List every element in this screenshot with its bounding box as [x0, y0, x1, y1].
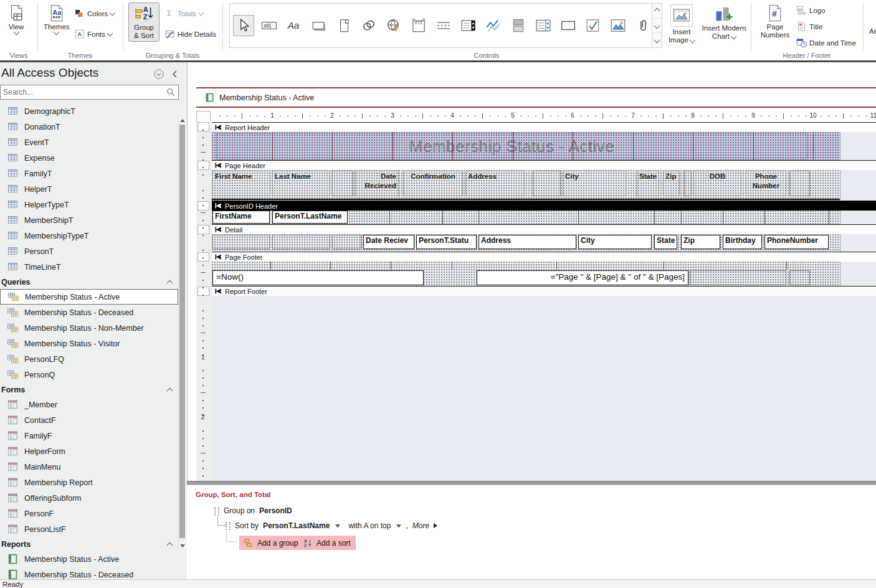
- control-button[interactable]: [309, 16, 329, 36]
- group-on-row[interactable]: Group on PersonID: [214, 506, 292, 515]
- sort-by-row[interactable]: Sort by PersonT.LastName with A on top ,…: [226, 521, 437, 530]
- empty-dotted-box[interactable]: [272, 235, 330, 249]
- section-bar-personid-header[interactable]: PersonID Header: [212, 201, 876, 211]
- report-footer-section[interactable]: [212, 296, 876, 481]
- group-header-textbox[interactable]: PersonT.LastName: [272, 211, 348, 224]
- control-attachment[interactable]: [633, 16, 653, 36]
- page-header-label[interactable]: Zip: [663, 171, 680, 196]
- empty-dotted-box[interactable]: [533, 171, 561, 196]
- page-header-label[interactable]: City: [563, 171, 626, 196]
- pane-splitter[interactable]: [187, 481, 876, 485]
- colors-button[interactable]: Colors: [74, 8, 115, 19]
- themes-button[interactable]: Aa Themes: [42, 2, 72, 36]
- scroll-up-icon[interactable]: [180, 119, 185, 122]
- nav-scrollbar-thumb[interactable]: [179, 125, 185, 538]
- hide-details-button[interactable]: Hide Details: [164, 29, 216, 39]
- nav-item[interactable]: DonationT: [0, 119, 178, 135]
- nav-item[interactable]: Membership Report: [0, 475, 178, 490]
- empty-dotted-box[interactable]: [789, 171, 810, 196]
- control-web-browser[interactable]: [384, 16, 404, 36]
- field-textbox[interactable]: PhoneNumber: [764, 235, 829, 249]
- nav-item[interactable]: Membership Status - Visitor: [0, 336, 178, 351]
- nav-item[interactable]: HelperTypeT: [0, 197, 178, 212]
- now-expression-textbox[interactable]: =Now(): [212, 270, 424, 285]
- control-label[interactable]: Aa: [284, 16, 304, 36]
- vertical-ruler[interactable]: 12: [196, 122, 212, 481]
- nav-item[interactable]: MemberShipT: [0, 212, 178, 228]
- gallery-scroll-up[interactable]: [652, 4, 662, 19]
- section-bar-page-footer[interactable]: Page Footer: [212, 252, 876, 262]
- nav-item[interactable]: PersonT: [0, 244, 178, 259]
- nav-item[interactable]: Membership Status - Active: [0, 551, 178, 567]
- page-numbers-button[interactable]: # Page Numbers: [755, 2, 795, 40]
- nav-item[interactable]: _Member: [0, 397, 178, 412]
- control-combo-box[interactable]: [459, 16, 478, 36]
- field-textbox[interactable]: City: [578, 235, 652, 249]
- empty-dotted-box[interactable]: [789, 270, 810, 285]
- empty-dotted-box[interactable]: [332, 235, 361, 249]
- field-dropdown-icon[interactable]: [335, 524, 340, 528]
- nav-group-header-forms[interactable]: Forms: [0, 382, 178, 397]
- gallery-more-button[interactable]: [652, 33, 662, 47]
- insert-image-button[interactable]: Insert Image: [665, 4, 698, 44]
- page-header-label[interactable]: First Name: [212, 171, 270, 196]
- nav-group-header-reports[interactable]: Reports: [0, 537, 178, 551]
- nav-item[interactable]: Expense: [0, 150, 178, 166]
- control-page-break[interactable]: [434, 16, 454, 36]
- nav-item[interactable]: Membership Status - Non-Member: [0, 320, 178, 336]
- field-textbox[interactable]: Date Reciev: [363, 235, 414, 249]
- insert-modern-chart-button[interactable]: Insert Modern Chart: [699, 4, 749, 40]
- document-tab[interactable]: Membership Status - Active: [196, 88, 323, 107]
- title-button[interactable]: Title: [796, 21, 822, 32]
- control-tab-control[interactable]: [334, 16, 354, 36]
- group-sort-button[interactable]: AZ Group & Sort: [128, 2, 159, 42]
- empty-dotted-box[interactable]: [212, 235, 270, 249]
- detail-section[interactable]: Date RecievPersonT.StatuAddressCityState…: [212, 234, 876, 252]
- group-header-textbox[interactable]: FirstName: [212, 211, 270, 224]
- add-sort-button[interactable]: AZ Add a sort: [298, 536, 356, 550]
- more-expand-icon[interactable]: [434, 523, 437, 528]
- nav-group-header-queries[interactable]: Queries: [0, 275, 178, 289]
- control-hyperlink[interactable]: [359, 16, 379, 36]
- field-textbox[interactable]: State: [654, 235, 677, 249]
- drag-handle-icon[interactable]: [214, 507, 219, 515]
- control-text-box[interactable]: ab|: [259, 16, 279, 36]
- report-title-label[interactable]: Membership Status - Active: [216, 133, 807, 159]
- field-textbox[interactable]: Address: [478, 235, 576, 249]
- personid-header-section[interactable]: FirstNamePersonT.LastName: [212, 211, 876, 224]
- more-link[interactable]: More: [412, 521, 429, 530]
- field-textbox[interactable]: Zip: [681, 235, 720, 249]
- nav-item[interactable]: FamilyT: [0, 166, 178, 181]
- page-header-label[interactable]: Date Recieved: [355, 171, 399, 196]
- horizontal-ruler[interactable]: 1234567891011: [212, 110, 876, 123]
- field-textbox[interactable]: Birthday: [723, 235, 762, 249]
- page-header-label[interactable]: DOB: [693, 171, 741, 196]
- section-bar-page-header[interactable]: Page Header: [212, 160, 876, 170]
- nav-item[interactable]: PersonLFQ: [0, 351, 178, 367]
- logo-button[interactable]: Logo: [796, 5, 826, 16]
- page-header-label[interactable]: Last Name: [272, 171, 330, 196]
- section-bar-detail[interactable]: Detail: [212, 224, 876, 234]
- page-header-section[interactable]: First NameLast NameDate RecievedConfirma…: [212, 170, 876, 201]
- scroll-down-icon[interactable]: [180, 544, 185, 548]
- nav-item[interactable]: ContactF: [0, 412, 178, 428]
- nav-item[interactable]: MembershipTypeT: [0, 228, 178, 244]
- empty-dotted-box[interactable]: [690, 270, 786, 285]
- page-header-label[interactable]: Confirmation: [403, 171, 463, 196]
- control-select-pointer[interactable]: [233, 15, 254, 36]
- control-rectangle[interactable]: [558, 16, 578, 36]
- control-list-box[interactable]: [533, 16, 553, 36]
- view-button[interactable]: View: [5, 2, 27, 36]
- search-icon[interactable]: [166, 87, 176, 97]
- nav-item[interactable]: TimeLineT: [0, 259, 178, 275]
- nav-item[interactable]: Membership Status - Active: [0, 289, 178, 305]
- add-existing-fields-button-clipped[interactable]: Add Existing Fields: [869, 27, 876, 35]
- add-group-button[interactable]: Add a group: [239, 536, 303, 550]
- nav-item[interactable]: PersonQ: [0, 367, 178, 382]
- drag-handle-icon[interactable]: [226, 522, 231, 530]
- control-chart[interactable]: [483, 16, 503, 36]
- page-expression-textbox[interactable]: ="Page " & [Page] & " of " & [Pages]: [477, 270, 688, 285]
- control-image[interactable]: [608, 16, 628, 36]
- nav-item[interactable]: Membership Status - Deceased: [0, 305, 178, 320]
- nav-item[interactable]: PersonF: [0, 506, 178, 521]
